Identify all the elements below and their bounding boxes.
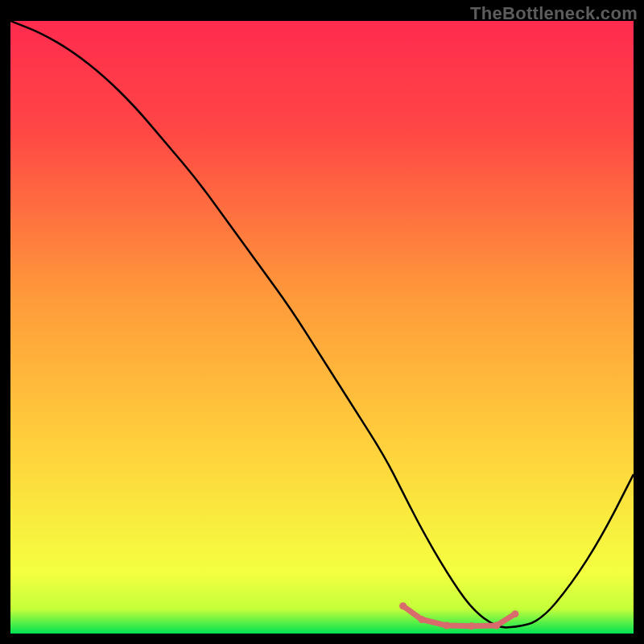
bottleneck-chart xyxy=(10,21,634,634)
optimal-dot xyxy=(443,622,450,630)
gradient-background xyxy=(10,21,634,634)
optimal-dot xyxy=(493,622,500,630)
optimal-dot xyxy=(511,610,518,617)
optimal-dot xyxy=(399,602,407,609)
watermark-text: TheBottleneck.com xyxy=(470,3,638,24)
optimal-dot xyxy=(418,616,425,623)
optimal-dot xyxy=(468,622,475,630)
chart-svg xyxy=(10,21,634,634)
